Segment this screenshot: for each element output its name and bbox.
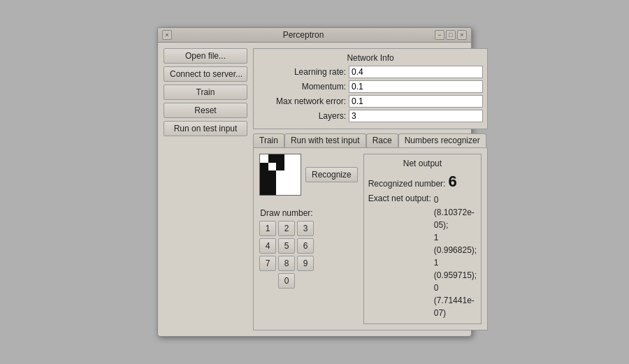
numpad: 1 2 3 4 5 6 7 (259, 221, 314, 289)
pixel-cell-18[interactable] (284, 179, 293, 187)
learning-rate-label: Learning rate: (258, 67, 349, 77)
pixel-cell-13[interactable] (284, 170, 293, 179)
canvas-area: Recognize Draw number: 1 2 3 (259, 154, 358, 324)
right-panel: Network Info Learning rate: Momentum: Ma… (253, 48, 488, 330)
exact-net-output-label: Exact net output: (368, 194, 431, 203)
pixel-cell-7[interactable] (276, 163, 284, 171)
pixel-cell-1[interactable] (268, 154, 277, 163)
pixel-cell-12[interactable] (276, 170, 284, 179)
learning-rate-input[interactable] (349, 66, 483, 78)
numpad-9[interactable]: 9 (297, 256, 314, 271)
pixel-cell-17[interactable] (276, 179, 284, 187)
pixel-canvas[interactable] (259, 154, 301, 196)
numpad-6[interactable]: 6 (297, 238, 314, 254)
numpad-0[interactable]: 0 (278, 273, 295, 289)
titlebar: × Perceptron − □ × (158, 28, 471, 43)
train-button[interactable]: Train (164, 85, 247, 100)
momentum-input[interactable] (349, 80, 483, 93)
tab-race[interactable]: Race (366, 133, 398, 147)
canvas-recognize-row: Recognize (259, 154, 358, 196)
pixel-cell-16[interactable] (268, 179, 277, 187)
pixel-cell-19[interactable] (292, 179, 301, 187)
pixel-cell-23[interactable] (284, 187, 293, 195)
layers-label: Layers: (258, 111, 349, 121)
numpad-row-1: 1 2 3 (259, 221, 314, 236)
tab-content-numbers-recognizer: Recognize Draw number: 1 2 3 (253, 147, 488, 330)
numpad-7[interactable]: 7 (259, 256, 276, 271)
tab-numbers-recognizer[interactable]: Numbers recognizer (398, 133, 486, 147)
network-info-title: Network Info (258, 53, 483, 63)
max-network-error-label: Max network error: (258, 96, 349, 106)
run-test-button[interactable]: Run on test input (164, 121, 247, 136)
titlebar-left: × (162, 30, 172, 40)
connect-server-button[interactable]: Connect to server... (164, 66, 247, 82)
recognized-number-value: 6 (448, 173, 456, 191)
window-content: Open file... Connect to server... Train … (158, 43, 471, 336)
pixel-cell-10[interactable] (260, 170, 268, 179)
tab-run-with-test-input[interactable]: Run with test input (284, 133, 366, 147)
pixel-cell-22[interactable] (276, 187, 284, 195)
pixel-cell-2[interactable] (276, 154, 284, 163)
titlebar-maximize-btn[interactable]: □ (446, 30, 456, 40)
numpad-row-0: 0 (278, 273, 295, 289)
momentum-label: Momentum: (258, 82, 349, 92)
main-window: × Perceptron − □ × Open file... Connect … (157, 27, 472, 337)
numpad-8[interactable]: 8 (278, 256, 295, 271)
titlebar-close-btn[interactable]: × (162, 30, 172, 40)
network-info-box: Network Info Learning rate: Momentum: Ma… (253, 48, 488, 129)
momentum-row: Momentum: (258, 80, 483, 93)
pixel-cell-0[interactable] (260, 154, 268, 163)
pixel-cell-20[interactable] (260, 187, 268, 195)
exact-net-output-value: 0 (8.10372e-05); 1 (0.996825); 1 (0.9597… (434, 194, 477, 319)
pixel-cell-21[interactable] (268, 187, 277, 195)
pixel-cell-14[interactable] (292, 170, 301, 179)
numpad-row-3: 7 8 9 (259, 256, 314, 271)
pixel-cell-3[interactable] (284, 154, 293, 163)
pixel-cell-9[interactable] (292, 163, 301, 171)
max-network-error-row: Max network error: (258, 95, 483, 108)
left-panel: Open file... Connect to server... Train … (164, 48, 247, 330)
net-output-box: Net output Recognized number: 6 Exact ne… (363, 154, 482, 324)
exact-net-output-row: Exact net output: 0 (8.10372e-05); 1 (0.… (368, 194, 477, 319)
max-network-error-input[interactable] (349, 95, 483, 108)
window-title: Perceptron (172, 30, 435, 40)
layers-row: Layers: (258, 110, 483, 122)
draw-number-label: Draw number: (259, 208, 314, 218)
pixel-cell-24[interactable] (292, 187, 301, 195)
pixel-cell-11[interactable] (268, 170, 277, 179)
numpad-2[interactable]: 2 (278, 221, 295, 236)
tab-inner: Recognize Draw number: 1 2 3 (259, 154, 482, 324)
titlebar-close-btn2[interactable]: × (457, 30, 467, 40)
recognize-button[interactable]: Recognize (305, 167, 358, 182)
open-file-button[interactable]: Open file... (164, 48, 247, 64)
tab-train[interactable]: Train (253, 133, 284, 147)
recognized-number-row: Recognized number: 6 (368, 173, 477, 191)
net-output-title: Net output (368, 159, 477, 168)
titlebar-right: − □ × (435, 30, 467, 40)
learning-rate-row: Learning rate: (258, 66, 483, 78)
numpad-4[interactable]: 4 (259, 238, 276, 254)
pixel-cell-8[interactable] (284, 163, 293, 171)
layers-input[interactable] (349, 110, 483, 122)
pixel-cell-5[interactable] (260, 163, 268, 171)
pixel-cell-4[interactable] (292, 154, 301, 163)
numpad-1[interactable]: 1 (259, 221, 276, 236)
titlebar-minimize-btn[interactable]: − (435, 30, 444, 40)
numpad-row-2: 4 5 6 (259, 238, 314, 254)
draw-number-section: Draw number: 1 2 3 4 5 6 (259, 208, 314, 289)
reset-button[interactable]: Reset (164, 103, 247, 118)
tabs-row: Train Run with test input Race Numbers r… (253, 133, 488, 147)
pixel-cell-15[interactable] (260, 179, 268, 187)
recognized-number-label: Recognized number: (368, 179, 446, 189)
pixel-cell-6[interactable] (268, 163, 277, 171)
numpad-5[interactable]: 5 (278, 238, 295, 254)
numpad-3[interactable]: 3 (297, 221, 314, 236)
